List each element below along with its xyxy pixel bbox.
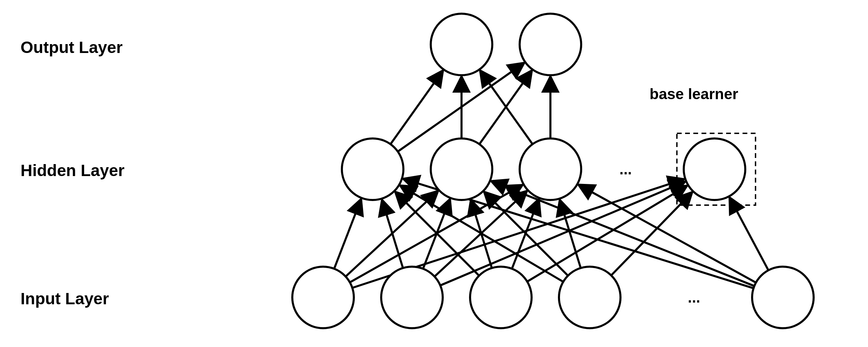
- neural-network-diagram: Output Layer Hidden Layer Input Layer ba…: [0, 0, 868, 347]
- edge: [390, 71, 442, 144]
- output-node-0: [431, 14, 492, 75]
- edge: [730, 198, 768, 270]
- output-node-1: [520, 14, 581, 75]
- edge: [485, 192, 568, 276]
- hidden-node-2: [520, 138, 581, 200]
- hidden-node-0: [342, 138, 403, 200]
- input-ellipsis: ...: [688, 289, 700, 306]
- hidden-node-1: [431, 138, 492, 200]
- input-node-0: [292, 267, 354, 328]
- input-node-4: [752, 267, 814, 328]
- output-layer-label: Output Layer: [21, 38, 123, 56]
- hidden-node-3: [684, 138, 745, 200]
- edge: [334, 200, 361, 269]
- input-node-1: [381, 267, 443, 328]
- hidden-layer-label: Hidden Layer: [21, 161, 124, 179]
- hidden-ellipsis: ...: [619, 161, 632, 177]
- base-learner-label: base learner: [650, 85, 738, 102]
- input-node-3: [559, 267, 620, 328]
- edge: [396, 192, 479, 276]
- input-layer-label: Input Layer: [21, 290, 109, 308]
- input-node-2: [470, 267, 532, 328]
